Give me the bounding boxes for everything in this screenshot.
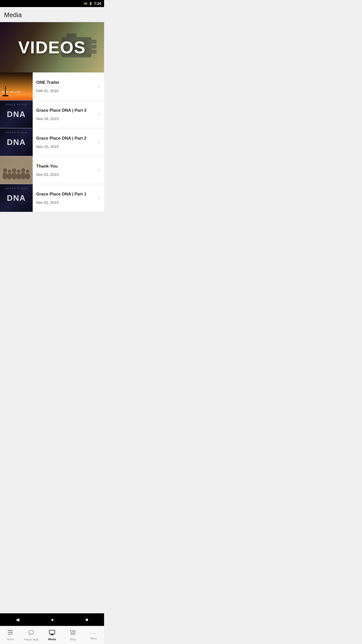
video-item[interactable]: GRACE PLACE DNA Grace Place DNA | Part 1… [0, 184, 104, 212]
hero-title: VIDEOS [18, 37, 86, 57]
video-thumbnail: GRACE PLACE DNA [0, 100, 33, 128]
svg-point-15 [17, 170, 20, 173]
grace-place-label: GRACE PLACE [0, 187, 33, 189]
battery-icon: 🔋 [89, 2, 93, 5]
video-info: Grace Place DNA | Part 1 Nov 02, 2015 [33, 188, 97, 208]
video-date: Nov 03, 2015 [36, 172, 94, 177]
svg-point-16 [21, 172, 26, 179]
page-title: Media [4, 11, 100, 19]
video-thumbnail: GRACE PLACE DNA [0, 184, 33, 212]
svg-rect-5 [89, 45, 97, 49]
video-item[interactable]: Thank You Nov 03, 2015 › [0, 156, 104, 184]
grace-place-label: GRACE PLACE [0, 131, 33, 134]
svg-point-12 [12, 172, 17, 179]
chevron-right-icon: › [97, 167, 104, 173]
video-title: Grace Place DNA | Part 2 [36, 136, 94, 141]
chevron-right-icon: › [97, 139, 104, 145]
video-item[interactable]: GRACE PLACE DNA Grace Place DNA | Part 3… [0, 100, 104, 128]
svg-point-11 [8, 170, 11, 173]
svg-rect-4 [89, 40, 97, 44]
video-title: ONE Trailer [36, 80, 94, 85]
video-date: Nov 02, 2015 [36, 200, 94, 205]
svg-rect-6 [89, 50, 97, 54]
video-item[interactable]: GRACE PLACE DNA Grace Place DNA | Part 2… [0, 128, 104, 156]
clock: 7:24 [94, 2, 101, 6]
svg-point-17 [21, 168, 25, 172]
page-header: Media [0, 7, 104, 22]
grace-place-label: GRACE PLACE [0, 103, 33, 106]
chevron-right-icon: › [97, 111, 104, 117]
svg-point-19 [26, 170, 29, 173]
video-info: Thank You Nov 03, 2015 [33, 160, 97, 180]
video-title: Grace Place DNA | Part 1 [36, 192, 94, 197]
video-date: Feb 01, 2016 [36, 89, 94, 93]
svg-point-13 [12, 168, 16, 172]
video-title: Thank You [36, 164, 94, 169]
video-thumbnail: SAVE THE LOST [0, 72, 33, 100]
svg-point-8 [3, 172, 8, 179]
video-item[interactable]: SAVE THE LOST ONE Trailer Feb 01, 2016 › [0, 72, 104, 100]
video-date: Nov 10, 2015 [36, 144, 94, 149]
hero-banner[interactable]: VIDEOS [0, 22, 104, 72]
video-thumbnail: GRACE PLACE DNA [0, 128, 33, 156]
chevron-right-icon: › [97, 83, 104, 90]
video-thumbnail [0, 156, 33, 184]
chevron-right-icon: › [97, 195, 104, 201]
signal-icon: 4G [84, 2, 87, 5]
svg-point-10 [7, 173, 12, 179]
video-date: Nov 16, 2015 [36, 116, 94, 121]
video-list: SAVE THE LOST ONE Trailer Feb 01, 2016 ›… [0, 72, 104, 212]
status-bar: 4G 🔋 7:24 [0, 0, 104, 7]
video-info: ONE Trailer Feb 01, 2016 [33, 76, 97, 96]
svg-point-9 [3, 168, 7, 172]
svg-point-18 [25, 173, 30, 179]
video-info: Grace Place DNA | Part 3 Nov 16, 2015 [33, 104, 97, 124]
tower-icon [5, 86, 6, 96]
svg-point-14 [16, 173, 21, 179]
video-info: Grace Place DNA | Part 2 Nov 10, 2015 [33, 132, 97, 152]
video-title: Grace Place DNA | Part 3 [36, 108, 94, 113]
